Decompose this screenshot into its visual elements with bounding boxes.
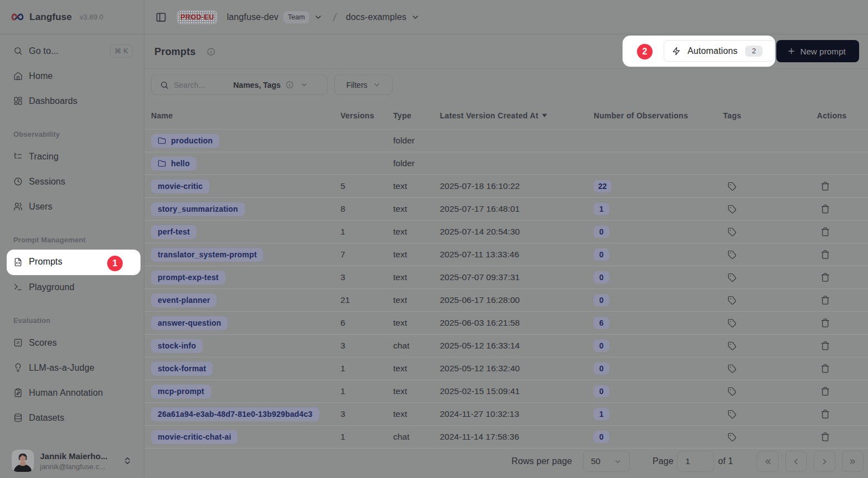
tag-icon[interactable]	[727, 318, 737, 328]
column-header-tags[interactable]: Tags	[723, 102, 741, 129]
prompt-name-cell: event-planner	[151, 289, 217, 311]
table-row: answer-question6text2025-06-03 16:21:586	[144, 312, 868, 335]
sidebar-item-sessions[interactable]: Sessions	[0, 169, 144, 194]
tag-icon[interactable]	[727, 250, 737, 260]
prompt-link[interactable]: movie-critic	[151, 180, 209, 193]
table-row: mcp-prompt1text2025-02-15 15:09:410	[144, 380, 868, 403]
tag-icon[interactable]	[727, 432, 737, 442]
trash-icon[interactable]	[820, 341, 830, 351]
folder-link[interactable]: hello	[151, 157, 197, 171]
sidebar-item-playground[interactable]: Playground	[0, 275, 144, 300]
trash-icon[interactable]	[820, 295, 830, 305]
prompt-name: event-planner	[158, 296, 210, 305]
sidebar-item-scores[interactable]: Scores	[0, 330, 144, 355]
prompt-link[interactable]: perf-test	[151, 225, 197, 239]
search-scope-info-icon	[285, 81, 294, 89]
trash-icon[interactable]	[820, 181, 830, 191]
prompt-link[interactable]: movie-critic-chat-ai	[151, 430, 238, 444]
prompt-name-cell: stock-format	[151, 357, 213, 380]
breadcrumb-org[interactable]: langfuse-dev	[227, 12, 278, 22]
prompt-link[interactable]: prompt-exp-test	[151, 271, 225, 285]
tag-icon[interactable]	[727, 341, 737, 351]
new-prompt-button[interactable]: New prompt	[776, 40, 859, 62]
observations-count-pill[interactable]: 0	[594, 294, 609, 306]
folder-link[interactable]: production	[151, 134, 219, 148]
observations-count-pill[interactable]: 1	[594, 203, 609, 215]
tags-cell	[723, 289, 737, 311]
observations-count-pill[interactable]: 22	[594, 180, 611, 192]
observations-count-pill[interactable]: 1	[594, 408, 609, 420]
trash-icon[interactable]	[820, 364, 830, 374]
observations-count-pill[interactable]: 0	[594, 362, 609, 375]
trash-icon[interactable]	[820, 250, 830, 260]
table-row: perf-test1text2025-07-14 20:54:300	[144, 221, 868, 243]
first-page-button[interactable]	[757, 451, 779, 472]
previous-page-button[interactable]	[785, 451, 807, 472]
last-page-button[interactable]	[842, 451, 864, 472]
user-menu[interactable]: Jannik Maierho... jannik@langfuse.c...	[0, 444, 144, 478]
column-header-name[interactable]: Name	[151, 102, 173, 129]
tag-icon[interactable]	[727, 296, 737, 305]
trash-icon[interactable]	[820, 386, 830, 396]
tag-icon[interactable]	[727, 227, 737, 237]
observations-count-pill[interactable]: 0	[594, 385, 609, 397]
prompt-link[interactable]: answer-question	[151, 316, 228, 330]
environment-badge[interactable]: PROD-EU	[177, 10, 218, 24]
column-header-versions[interactable]: Versions	[340, 102, 374, 129]
trash-icon[interactable]	[820, 432, 830, 442]
prompt-link[interactable]: stock-info	[151, 339, 203, 353]
search-scope-label: Names, Tags	[233, 81, 280, 89]
column-header-type[interactable]: Type	[393, 102, 412, 129]
trash-icon[interactable]	[820, 227, 830, 237]
trash-icon[interactable]	[820, 409, 830, 419]
prompt-name: stock-info	[158, 341, 196, 350]
sidebar-item-home[interactable]: Home	[0, 63, 144, 88]
prompt-link[interactable]: event-planner	[151, 293, 217, 307]
rows-per-page-select[interactable]: 50	[583, 451, 630, 472]
tag-icon[interactable]	[727, 182, 737, 191]
sidebar-toggle-icon[interactable]	[155, 12, 167, 23]
observations-count-pill[interactable]: 0	[594, 340, 609, 352]
sidebar-item-llm-as-a-judge[interactable]: LLM-as-a-Judge	[0, 355, 144, 380]
org-chevron-down-icon[interactable]	[314, 13, 323, 22]
observations-count-pill[interactable]: 6	[594, 317, 609, 329]
observations-count-pill[interactable]: 0	[594, 271, 609, 283]
sidebar-item-datasets[interactable]: Datasets	[0, 405, 144, 430]
tag-icon[interactable]	[727, 205, 737, 214]
actions-cell	[817, 243, 830, 266]
actions-cell	[817, 198, 830, 220]
observations-count-pill[interactable]: 0	[594, 226, 609, 238]
tag-icon[interactable]	[727, 364, 737, 374]
prompt-link[interactable]: story_summarization	[151, 202, 245, 216]
title-info-icon[interactable]	[207, 47, 215, 56]
column-header-observations[interactable]: Number of Observations	[594, 102, 688, 129]
sidebar-item-human-annotation[interactable]: Human Annotation	[0, 380, 144, 405]
sidebar-item-tracing[interactable]: Tracing	[0, 144, 144, 169]
page-number-input[interactable]	[677, 451, 714, 472]
trash-icon[interactable]	[820, 272, 830, 282]
tag-icon[interactable]	[727, 410, 737, 419]
search-input[interactable]	[174, 81, 227, 89]
tag-icon[interactable]	[727, 387, 737, 396]
next-page-button[interactable]	[814, 451, 835, 472]
trash-icon[interactable]	[820, 318, 830, 328]
search-scope-select[interactable]: Names, Tags	[233, 81, 308, 89]
sidebar-item-users[interactable]: Users	[0, 194, 144, 219]
observations-count-pill[interactable]: 0	[594, 431, 609, 443]
automations-button[interactable]: Automations 2	[664, 40, 775, 62]
project-chevron-down-icon[interactable]	[411, 13, 420, 22]
breadcrumb-project[interactable]: docs-examples	[346, 12, 407, 22]
sidebar-item-go-to[interactable]: Go to...⌘ K	[0, 38, 144, 63]
trash-icon[interactable]	[820, 204, 830, 214]
sidebar-item-dashboards[interactable]: Dashboards	[0, 88, 144, 113]
tags-cell	[723, 175, 737, 197]
tour-highlight-prompts[interactable]: Prompts 1	[7, 250, 141, 275]
prompt-link[interactable]: mcp-prompt	[151, 385, 211, 399]
observations-count-pill[interactable]: 0	[594, 248, 609, 261]
column-header-latest-version[interactable]: Latest Version Created At	[440, 102, 547, 129]
prompt-link[interactable]: stock-format	[151, 362, 213, 376]
prompt-link[interactable]: 26a61a94-e3ab-48d7-81e0-13b929bad4c3	[151, 407, 319, 421]
filters-button[interactable]: Filters	[334, 74, 393, 95]
prompt-link[interactable]: translator_system-prompt	[151, 248, 263, 262]
tag-icon[interactable]	[727, 273, 737, 282]
